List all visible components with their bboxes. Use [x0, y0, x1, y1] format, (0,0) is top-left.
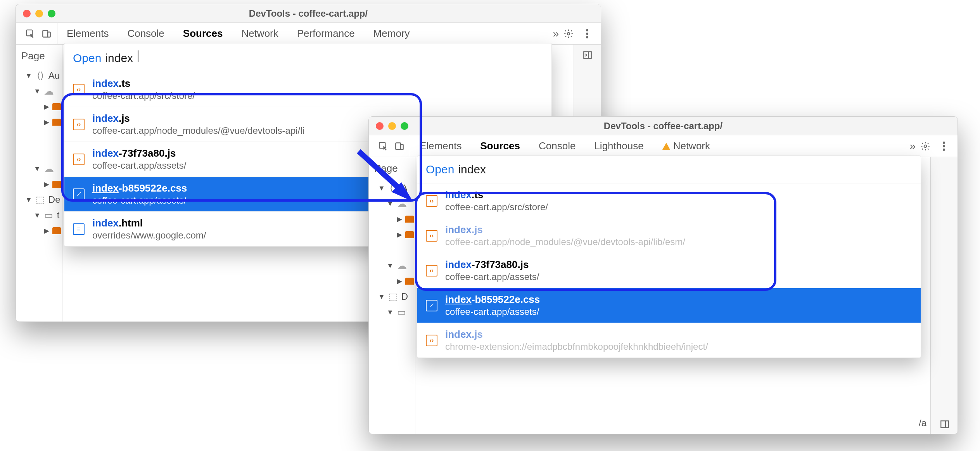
command-search-row[interactable]: Open index — [64, 43, 551, 72]
cloud-icon: ☁ — [44, 163, 54, 175]
result-path: chrome-extension://eimadpbcbfnmbkopoojfe… — [445, 341, 708, 352]
js-file-icon: ‹› — [73, 119, 85, 130]
tab-network[interactable]: Network — [653, 135, 719, 157]
result-path: coffee-cart.app/assets/ — [92, 195, 187, 206]
cloud-icon: ☁ — [397, 260, 407, 272]
text-cursor — [138, 50, 138, 62]
result-filename: index-73f73a80.js — [92, 147, 186, 159]
folder-icon — [52, 227, 61, 234]
folder-icon — [52, 181, 61, 188]
cloud-icon: ☁ — [44, 85, 54, 97]
command-result-item[interactable]: ‹›index-73f73a80.jscoffee-cart.app/asset… — [417, 253, 921, 288]
folder-icon — [52, 119, 61, 126]
tab-lighthouse[interactable]: Lighthouse — [585, 135, 653, 157]
result-path: coffee-cart.app/assets/ — [92, 160, 186, 171]
command-keyword: Open — [426, 163, 454, 176]
js-file-icon: ‹› — [426, 265, 437, 276]
js-file-icon: ‹› — [426, 335, 437, 346]
command-result-item[interactable]: ‹›index.tscoffee-cart.app/src/store/ — [64, 72, 551, 107]
command-search-row[interactable]: Open index — [417, 156, 921, 183]
tab-console[interactable]: Console — [529, 135, 585, 157]
svg-point-14 — [943, 149, 945, 151]
result-path: coffee-cart.app/assets/ — [445, 271, 539, 282]
titlebar: DevTools - coffee-cart.app/ — [16, 4, 601, 23]
svg-point-5 — [586, 33, 588, 35]
result-filename: index-b859522e.css — [445, 294, 540, 306]
result-path: coffee-cart.app/src/store/ — [92, 90, 195, 101]
command-result-item[interactable]: ‹›index.jschrome-extension://eimadpbcbfn… — [417, 323, 921, 358]
command-menu: Open index ‹›index.tscoffee-cart.app/src… — [417, 156, 921, 358]
cube-icon: ⬚ — [35, 195, 45, 205]
folder-icon — [52, 103, 61, 110]
path-fragment: /a — [919, 418, 926, 429]
toolbar: ElementsConsoleSourcesNetworkPerformance… — [16, 23, 601, 45]
result-filename: index.html — [92, 217, 206, 229]
tab-memory[interactable]: Memory — [364, 23, 419, 44]
result-path: coffee-cart.app/node_modules/@vue/devtoo… — [92, 125, 304, 136]
tab-network[interactable]: Network — [232, 23, 287, 44]
kebab-menu-icon[interactable] — [581, 28, 593, 40]
kebab-menu-icon[interactable] — [938, 140, 950, 152]
frame-icon: ▭ — [397, 307, 407, 317]
svg-rect-15 — [941, 421, 949, 427]
js-file-icon: ‹› — [426, 195, 437, 207]
html-file-icon: ≡ — [73, 223, 85, 235]
tab-elements[interactable]: Elements — [57, 23, 118, 44]
folder-icon — [405, 231, 414, 238]
folder-icon — [405, 216, 414, 223]
window-title: DevTools - coffee-cart.app/ — [369, 121, 958, 131]
devtools-window-2: DevTools - coffee-cart.app/ ElementsSour… — [368, 116, 958, 434]
right-rail: /a — [930, 157, 958, 434]
command-result-item[interactable]: ⟋index-b859522e.csscoffee-cart.app/asset… — [417, 288, 921, 323]
settings-icon[interactable] — [920, 140, 931, 152]
command-query: index — [105, 52, 133, 65]
svg-point-6 — [586, 36, 588, 38]
code-icon: ⟨⟩ — [35, 71, 45, 81]
result-filename: index.js — [92, 112, 304, 124]
result-filename: index.ts — [445, 189, 548, 201]
result-path: coffee-cart.app/src/store/ — [445, 202, 548, 213]
js-file-icon: ‹› — [73, 154, 85, 165]
result-filename: index.js — [445, 224, 685, 236]
result-path: overrides/www.google.com/ — [92, 230, 206, 241]
css-file-icon: ⟋ — [426, 300, 437, 311]
result-filename: index-b859522e.css — [92, 182, 187, 194]
result-path: coffee-cart.app/assets/ — [445, 306, 540, 317]
tab-performance[interactable]: Performance — [288, 23, 364, 44]
result-filename: index.ts — [92, 78, 195, 90]
svg-point-13 — [943, 145, 945, 147]
inspect-icon[interactable] — [24, 28, 36, 40]
js-file-icon: ‹› — [73, 84, 85, 95]
result-filename: index-73f73a80.js — [445, 259, 539, 271]
collapse-panel-icon[interactable] — [939, 418, 951, 430]
css-file-icon: ⟋ — [73, 188, 85, 200]
js-file-icon: ‹› — [426, 230, 437, 242]
command-keyword: Open — [73, 52, 101, 65]
collapse-panel-icon[interactable] — [582, 49, 593, 61]
tab-console[interactable]: Console — [118, 23, 173, 44]
command-result-item[interactable]: ‹›index.jscoffee-cart.app/node_modules/@… — [417, 218, 921, 253]
command-result-item[interactable]: ‹›index.tscoffee-cart.app/src/store/ — [417, 183, 921, 218]
tab-sources[interactable]: Sources — [174, 23, 232, 44]
cube-icon: ⬚ — [388, 292, 398, 302]
result-path: coffee-cart.app/node_modules/@vue/devtoo… — [445, 237, 685, 247]
titlebar: DevTools - coffee-cart.app/ — [369, 117, 958, 135]
settings-icon[interactable] — [563, 28, 574, 40]
svg-point-4 — [586, 29, 588, 31]
toolbar: ElementsSourcesConsoleLighthouseNetwork … — [369, 135, 958, 157]
sources-tree: ▼⟨⟩Au ▼☁ ▶ ▶ ▼☁ ▶ ▼⬚De ▼▭t ▶ — [19, 68, 62, 238]
result-filename: index.js — [445, 328, 708, 340]
command-query: index — [458, 163, 486, 176]
window-title: DevTools - coffee-cart.app/ — [16, 8, 601, 19]
svg-point-11 — [924, 145, 927, 147]
svg-rect-7 — [584, 52, 591, 58]
svg-point-12 — [943, 142, 945, 144]
more-tabs-icon[interactable]: » — [553, 28, 559, 40]
tab-sources[interactable]: Sources — [471, 135, 529, 157]
folder-icon — [405, 278, 414, 285]
frame-icon: ▭ — [44, 210, 54, 220]
more-tabs-icon[interactable]: » — [909, 140, 916, 152]
device-toggle-icon[interactable] — [41, 28, 52, 40]
svg-point-3 — [567, 32, 570, 35]
arrow-annotation — [355, 147, 425, 209]
